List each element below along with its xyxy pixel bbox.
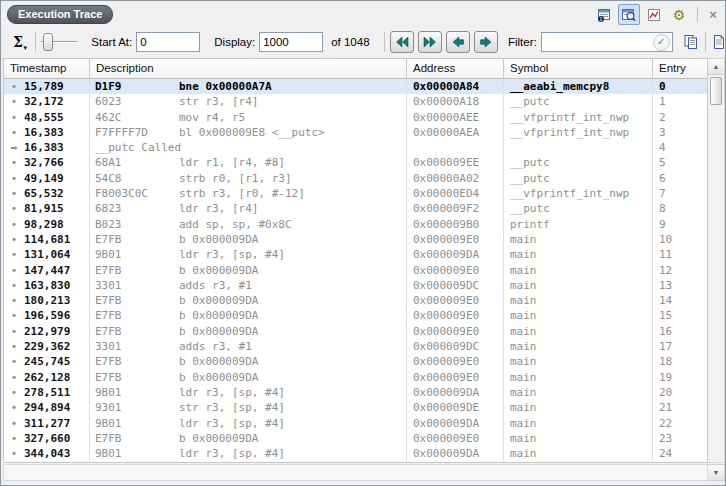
row-marker-icon: • — [4, 247, 24, 262]
table-row[interactable]: •16,383 F7FFFF7Dbl 0x000009E8 <__putc> 0… — [4, 125, 707, 140]
table-row[interactable]: •15,789 D1F9bne 0x00000A7A 0x00000A84 __… — [4, 79, 707, 94]
address-cell: 0x000009EE — [407, 155, 504, 170]
entry-cell: 7 — [653, 186, 707, 201]
row-marker-icon: • — [4, 446, 24, 461]
symbol-cell: main — [504, 232, 653, 247]
row-marker-icon: • — [4, 125, 24, 140]
opcode-value: 6023 — [95, 94, 179, 109]
vertical-scrollbar[interactable]: ▲ — [708, 58, 725, 463]
table-row[interactable]: •278,511 9B01ldr r3, [sp, #4] 0x000009DA… — [4, 385, 707, 400]
table-row[interactable]: •212,979 E7FBb 0x000009DA 0x000009E0 mai… — [4, 324, 707, 339]
scroll-up-icon[interactable]: ▲ — [708, 59, 724, 75]
filter-input[interactable] — [542, 34, 653, 50]
display-input[interactable] — [259, 32, 323, 52]
horizontal-scrollbar[interactable] — [3, 464, 708, 481]
symbol-cell: __vfprintf_int_nwp — [504, 125, 653, 140]
timestamp-value: 229,362 — [24, 339, 70, 354]
table-row[interactable]: •327,660 E7FBb 0x000009DA 0x000009E0 mai… — [4, 431, 707, 446]
entry-cell: 6 — [653, 171, 707, 186]
titlebar-toolbar: 1 — [593, 4, 721, 25]
prev-button[interactable] — [446, 31, 470, 53]
timestamp-cell: •163,830 — [4, 278, 90, 293]
description-cell: D1F9bne 0x00000A7A — [90, 79, 407, 94]
table-row[interactable]: •311,277 9B01ldr r3, [sp, #4] 0x000009DA… — [4, 416, 707, 431]
trace-chart-view-button[interactable] — [643, 4, 665, 25]
table-row[interactable]: •245,745 E7FBb 0x000009DA 0x000009E0 mai… — [4, 354, 707, 369]
table-row[interactable]: •344,043 9B01ldr r3, [sp, #4] 0x000009DA… — [4, 446, 707, 461]
next-button[interactable] — [474, 31, 498, 53]
filter-apply-check-icon[interactable]: ✓ — [653, 34, 670, 51]
close-icon[interactable]: × — [705, 7, 721, 23]
description-cell: 9B01ldr r3, [sp, #4] — [90, 416, 407, 431]
table-row[interactable]: •131,064 9B01ldr r3, [sp, #4] 0x000009DA… — [4, 247, 707, 262]
entry-cell: 0 — [653, 79, 707, 94]
jump-first-button[interactable] — [390, 31, 414, 53]
table-row[interactable]: •81,915 6823ldr r3, [r4] 0x000009F2 __pu… — [4, 201, 707, 216]
trace-list-view-button[interactable]: 1 — [593, 4, 615, 25]
column-header-entry[interactable]: Entry — [653, 59, 707, 78]
address-cell: 0x000009DE — [407, 400, 504, 415]
table-row[interactable]: •163,830 3301adds r3, #1 0x000009DC main… — [4, 278, 707, 293]
timestamp-cell: •180,213 — [4, 293, 90, 308]
row-marker-icon: • — [4, 293, 24, 308]
table-row[interactable]: •196,596 E7FBb 0x000009DA 0x000009E0 mai… — [4, 308, 707, 323]
instruction-value: add sp, sp, #0x8C — [179, 218, 292, 231]
instruction-value: ldr r3, [sp, #4] — [179, 386, 285, 399]
table-row[interactable]: •98,298 B023add sp, sp, #0x8C 0x000009B0… — [4, 217, 707, 232]
instruction-value: b 0x000009DA — [179, 309, 258, 322]
table-row[interactable]: •262,128 E7FBb 0x000009DA 0x000009E0 mai… — [4, 370, 707, 385]
timestamp-value: 16,383 — [24, 125, 64, 140]
trace-settings-button[interactable]: ⚙ — [668, 4, 690, 25]
opcode-value: 9B01 — [95, 385, 179, 400]
export-button[interactable] — [711, 34, 726, 50]
address-cell: 0x00000A18 — [407, 94, 504, 109]
row-marker-icon: • — [4, 385, 24, 400]
trace-search-view-button[interactable] — [618, 4, 640, 25]
timestamp-cell: •49,149 — [4, 171, 90, 186]
row-marker-icon: • — [4, 400, 24, 415]
address-cell: 0x000009DA — [407, 385, 504, 400]
description-cell: 9B01ldr r3, [sp, #4] — [90, 446, 407, 461]
jump-last-button[interactable] — [418, 31, 442, 53]
table-row[interactable]: •294,894 9301str r3, [sp, #4] 0x000009DE… — [4, 400, 707, 415]
description-cell: 9B01ldr r3, [sp, #4] — [90, 247, 407, 262]
address-cell: 0x00000ED4 — [407, 186, 504, 201]
table-row[interactable]: •65,532 F8003C0Cstrb r3, [r0, #-12] 0x00… — [4, 186, 707, 201]
opcode-value: 9B01 — [95, 416, 179, 431]
table-row[interactable]: •32,172 6023str r3, [r4] 0x00000A18 __pu… — [4, 94, 707, 109]
tab-execution-trace[interactable]: Execution Trace — [7, 5, 113, 24]
summary-sigma-button[interactable]: Σ ▾ — [7, 31, 29, 53]
start-at-input[interactable] — [136, 32, 200, 52]
table-row[interactable]: •48,555 462Cmov r4, r5 0x00000AEE __vfpr… — [4, 110, 707, 125]
sigma-icon: Σ — [13, 34, 23, 50]
opcode-value: E7FB — [95, 370, 179, 385]
vertical-scrollbar-thumb[interactable] — [710, 77, 722, 105]
copy-button[interactable] — [683, 34, 699, 50]
column-header-description[interactable]: Description — [90, 59, 407, 78]
symbol-cell: main — [504, 278, 653, 293]
column-header-address[interactable]: Address — [407, 59, 504, 78]
table-row[interactable]: •49,149 54C8strb r0, [r1, r3] 0x00000A02… — [4, 171, 707, 186]
instruction-value: ldr r3, [sp, #4] — [179, 447, 285, 460]
description-cell: E7FBb 0x000009DA — [90, 431, 407, 446]
table-row[interactable]: •147,447 E7FBb 0x000009DA 0x000009E0 mai… — [4, 263, 707, 278]
table-row[interactable]: •114,681 E7FBb 0x000009DA 0x000009E0 mai… — [4, 232, 707, 247]
grid-body: •15,789 D1F9bne 0x00000A7A 0x00000A84 __… — [4, 79, 707, 462]
table-row[interactable]: •229,362 3301adds r3, #1 0x000009DC main… — [4, 339, 707, 354]
entry-cell: 22 — [653, 416, 707, 431]
table-row[interactable]: •180,213 E7FBb 0x000009DA 0x000009E0 mai… — [4, 293, 707, 308]
symbol-cell: main — [504, 308, 653, 323]
address-cell: 0x000009F2 — [407, 201, 504, 216]
table-row[interactable]: ⇨16,383 __putc Called 4 — [4, 140, 707, 155]
scroll-down-icon[interactable]: ▼ — [708, 464, 725, 481]
slider-thumb[interactable] — [43, 33, 53, 51]
position-slider[interactable] — [41, 32, 77, 52]
table-row[interactable]: •32,766 68A1ldr r1, [r4, #8] 0x000009EE … — [4, 155, 707, 170]
row-marker-icon: • — [4, 110, 24, 125]
symbol-cell: main — [504, 370, 653, 385]
timestamp-value: 48,555 — [24, 110, 64, 125]
trace-list-icon: 1 — [596, 7, 612, 23]
column-header-timestamp[interactable]: Timestamp — [4, 59, 90, 78]
column-header-symbol[interactable]: Symbol — [504, 59, 653, 78]
description-cell: 462Cmov r4, r5 — [90, 110, 407, 125]
